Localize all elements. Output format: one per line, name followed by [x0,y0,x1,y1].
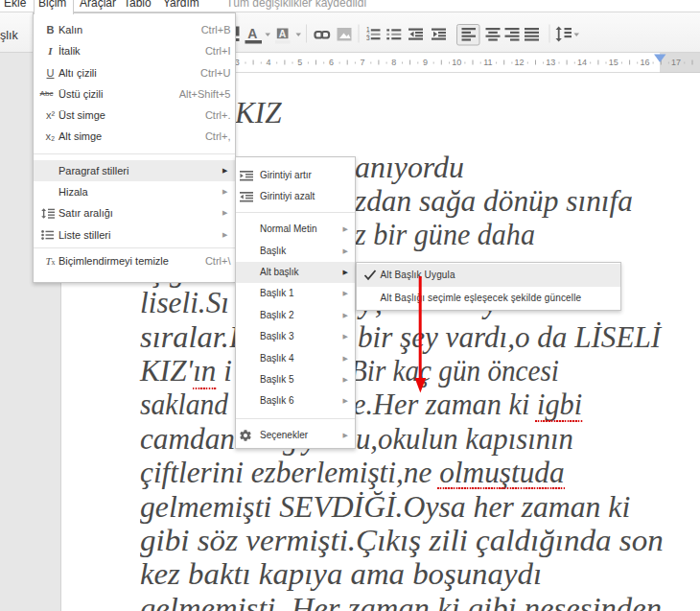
svg-text:A: A [247,26,257,41]
svg-text:5: 5 [297,58,302,67]
svg-text:7: 7 [361,58,365,67]
svg-text:14: 14 [577,58,587,67]
svg-text:17: 17 [671,58,681,67]
svg-text:6: 6 [329,58,334,67]
svg-text:3: 3 [366,35,370,41]
svg-text:12: 12 [515,58,525,67]
svg-text:3: 3 [235,58,240,67]
svg-text:11: 11 [483,58,492,67]
svg-text:4: 4 [266,58,270,67]
svg-text:10: 10 [452,58,461,67]
svg-text:A: A [279,28,287,39]
svg-text:13: 13 [546,58,555,67]
svg-text:15: 15 [609,58,618,67]
svg-text:16: 16 [640,58,649,67]
svg-text:8: 8 [391,58,396,67]
svg-text:9: 9 [423,58,428,67]
